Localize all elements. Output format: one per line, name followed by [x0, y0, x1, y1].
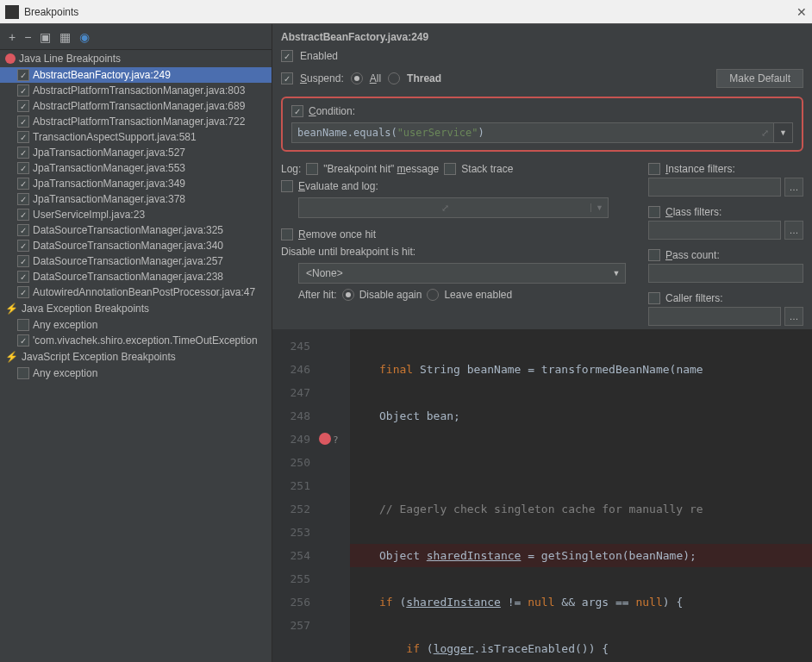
tree-item[interactable]: Any exception [0, 365, 272, 381]
enabled-label: Enabled [300, 50, 338, 62]
tree-item[interactable]: AutowiredAnnotationBeanPostProcessor.jav… [0, 284, 272, 300]
chevron-down-icon[interactable]: ▼ [608, 269, 625, 278]
remove-once-label: Remove once hit [298, 228, 376, 240]
checkbox[interactable] [17, 147, 29, 159]
disable-again-radio[interactable] [342, 289, 354, 301]
instance-filters-input[interactable] [648, 178, 781, 197]
breakpoint-icon[interactable] [319, 433, 331, 445]
group-java-exception-breakpoints[interactable]: ⚡ Java Exception Breakpoints [0, 300, 272, 317]
tree-item[interactable]: JpaTransactionManager.java:349 [0, 176, 272, 191]
suspend-all-radio[interactable] [351, 72, 363, 84]
tree-item[interactable]: UserServiceImpl.java:23 [0, 207, 272, 222]
checkbox[interactable] [17, 116, 29, 128]
tree-item[interactable]: Any exception [0, 317, 272, 333]
checkbox[interactable] [17, 224, 29, 236]
tree-item[interactable]: 'com.vivachek.shiro.exception.TimeOutExc… [0, 333, 272, 348]
settings-area: Log: "Breakpoint hit" message Stack trac… [272, 157, 812, 329]
checkbox[interactable] [17, 162, 29, 174]
checkbox[interactable] [17, 286, 29, 298]
suspend-thread-radio[interactable] [388, 72, 400, 84]
close-icon[interactable]: ✕ [796, 5, 807, 19]
bp-hit-label: "Breakpoint hit" message [323, 163, 439, 175]
class-filters-input[interactable] [648, 221, 781, 240]
class-filters-browse-button[interactable]: … [784, 221, 803, 240]
checkbox[interactable] [17, 255, 29, 267]
expand-icon[interactable]: ⤢ [436, 203, 453, 214]
remove-button[interactable]: − [24, 30, 31, 44]
exception-icon: ⚡ [5, 303, 18, 315]
bp-hit-checkbox[interactable] [306, 163, 318, 175]
view-group-by-icon[interactable]: ▣ [40, 30, 51, 44]
tree-item[interactable]: DataSourceTransactionManager.java:340 [0, 238, 272, 253]
disable-until-label: Disable until breakpoint is hit: [281, 246, 415, 258]
expand-icon[interactable]: ⤢ [756, 128, 773, 139]
chevron-down-icon[interactable]: ▼ [590, 203, 608, 212]
tree-item[interactable]: DataSourceTransactionManager.java:257 [0, 253, 272, 269]
eval-log-input[interactable]: ⤢ ▼ [298, 197, 609, 218]
tree-item[interactable]: AbstractPlatformTransactionManager.java:… [0, 83, 272, 98]
instance-filters-browse-button[interactable]: … [784, 178, 803, 197]
pass-count-checkbox[interactable] [648, 249, 660, 261]
breakpoints-tree[interactable]: Java Line Breakpoints AbstractBeanFactor… [0, 50, 272, 662]
tree-item-label: DataSourceTransactionManager.java:325 [33, 224, 223, 236]
group-label: Java Exception Breakpoints [22, 303, 149, 315]
eval-log-checkbox[interactable] [281, 180, 293, 192]
view-group-by-file-icon[interactable]: ▦ [59, 30, 71, 44]
condition-checkbox[interactable] [291, 105, 303, 117]
remove-once-checkbox[interactable] [281, 228, 293, 240]
disable-until-combo[interactable]: <None> ▼ [298, 263, 626, 284]
make-default-button[interactable]: Make Default [716, 69, 803, 88]
ij-icon [5, 5, 19, 19]
checkbox[interactable] [17, 84, 29, 97]
tree-item[interactable]: DataSourceTransactionManager.java:238 [0, 269, 272, 284]
pass-count-input[interactable] [648, 264, 803, 283]
enabled-checkbox[interactable] [281, 50, 293, 62]
chevron-down-icon[interactable]: ▼ [773, 123, 792, 142]
tree-item-label: JpaTransactionManager.java:378 [33, 193, 185, 205]
class-filters-checkbox[interactable] [648, 206, 660, 218]
stack-trace-checkbox[interactable] [444, 163, 456, 175]
tree-item[interactable]: AbstractBeanFactory.java:249 [0, 67, 272, 83]
group-java-line-breakpoints[interactable]: Java Line Breakpoints [0, 50, 272, 67]
checkbox[interactable] [17, 271, 29, 283]
tree-item[interactable]: JpaTransactionManager.java:378 [0, 191, 272, 207]
checkbox[interactable] [17, 367, 29, 379]
condition-input-wrap[interactable]: beanName.equals("userService") ⤢ ▼ [291, 122, 793, 143]
checkbox[interactable] [17, 131, 29, 143]
checkbox[interactable] [17, 209, 29, 221]
condition-input[interactable]: beanName.equals("userService") [292, 123, 756, 142]
pass-count-label: Pass count: [665, 249, 720, 261]
tree-item-label: Any exception [33, 319, 97, 331]
after-hit-label: After hit: [298, 289, 337, 301]
tree-item[interactable]: AbstractPlatformTransactionManager.java:… [0, 98, 272, 114]
view-options-icon[interactable]: ◉ [79, 30, 90, 44]
checkbox[interactable] [17, 178, 29, 190]
instance-filters-checkbox[interactable] [648, 163, 660, 175]
checkbox[interactable] [17, 69, 29, 81]
checkbox[interactable] [17, 193, 29, 205]
condition-section: Condition: beanName.equals("userService"… [281, 97, 803, 152]
suspend-checkbox[interactable] [281, 72, 293, 84]
settings-left: Log: "Breakpoint hit" message Stack trac… [281, 160, 631, 326]
tree-item[interactable]: AbstractPlatformTransactionManager.java:… [0, 114, 272, 129]
tree-item-label: Any exception [33, 367, 97, 379]
checkbox[interactable] [17, 100, 29, 112]
class-filters-label: Class filters: [665, 206, 721, 218]
caller-filters-input[interactable] [648, 307, 781, 326]
tree-item[interactable]: TransactionAspectSupport.java:581 [0, 129, 272, 145]
checkbox[interactable] [17, 319, 29, 331]
caller-filters-checkbox[interactable] [648, 292, 660, 304]
checkbox[interactable] [17, 334, 29, 347]
tree-item[interactable]: DataSourceTransactionManager.java:325 [0, 222, 272, 238]
code-lines[interactable]: final String beanName = transformedBeanN… [350, 329, 812, 662]
add-button[interactable]: + [9, 30, 16, 44]
leave-enabled-radio[interactable] [427, 289, 439, 301]
group-js-exception-breakpoints[interactable]: ⚡ JavaScript Exception Breakpoints [0, 348, 272, 365]
tree-item[interactable]: JpaTransactionManager.java:553 [0, 160, 272, 176]
caller-filters-browse-button[interactable]: … [784, 307, 803, 326]
tree-item-label: AbstractBeanFactory.java:249 [33, 69, 171, 81]
checkbox[interactable] [17, 240, 29, 252]
tree-item[interactable]: JpaTransactionManager.java:527 [0, 145, 272, 160]
caller-filters-label: Caller filters: [665, 292, 723, 304]
suspend-row: SSuspend:uspend: All Thread Make Default [272, 66, 812, 91]
